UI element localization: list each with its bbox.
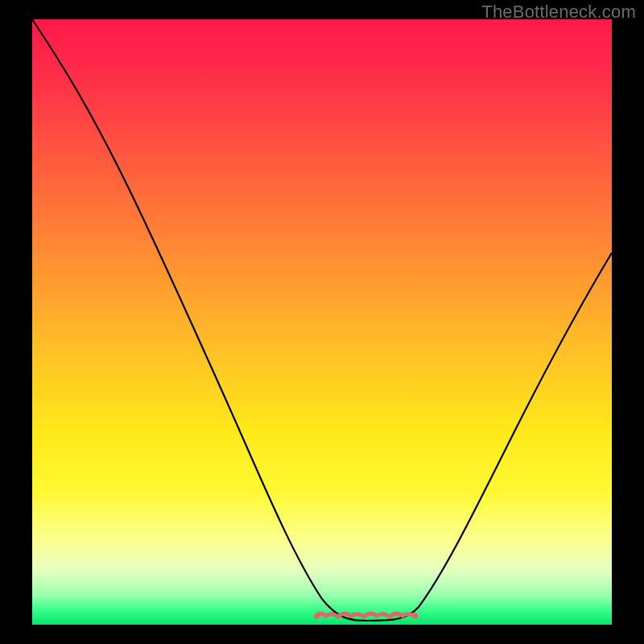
chart-frame: TheBottleneck.com bbox=[0, 0, 644, 644]
watermark-text: TheBottleneck.com bbox=[481, 2, 636, 23]
curve-layer bbox=[32, 19, 612, 625]
bottleneck-curve bbox=[32, 19, 612, 621]
plot-area bbox=[32, 19, 612, 625]
